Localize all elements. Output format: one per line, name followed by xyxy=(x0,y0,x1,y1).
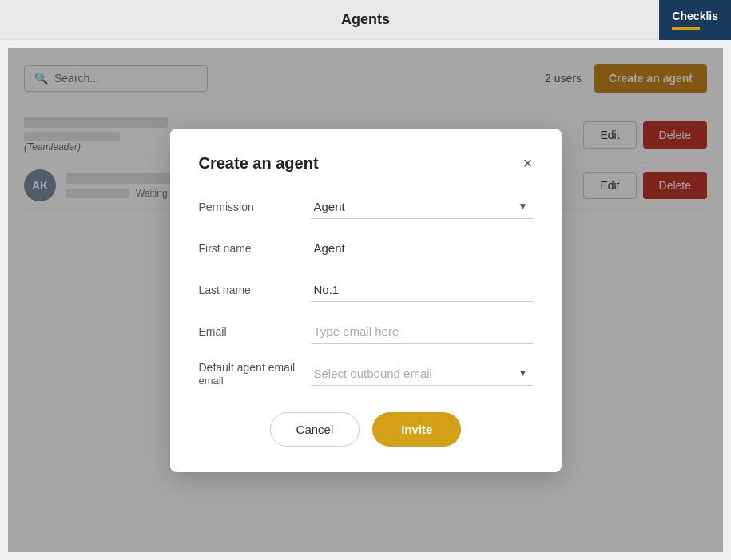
modal-title: Create an agent xyxy=(199,154,319,173)
email-input[interactable] xyxy=(311,320,533,344)
email-row: Email xyxy=(199,320,533,344)
close-button[interactable]: × xyxy=(523,155,533,171)
permission-select-wrap[interactable]: Agent ▼ xyxy=(311,195,533,219)
modal-footer: Cancel Invite xyxy=(199,412,533,447)
permission-select[interactable]: Agent xyxy=(311,195,533,218)
lastname-label: Last name xyxy=(199,284,311,296)
create-agent-modal: Create an agent × Permission Agent ▼ Fir… xyxy=(170,129,562,472)
modal-header: Create an agent × xyxy=(199,154,533,173)
permission-label: Permission xyxy=(199,201,311,213)
checklist-progress-bar xyxy=(672,27,700,30)
default-email-select-wrap[interactable]: Select outbound email ▼ xyxy=(311,362,533,386)
page-title: Agents xyxy=(341,11,390,28)
top-bar: Agents Checklis xyxy=(0,0,731,40)
cancel-button[interactable]: Cancel xyxy=(270,412,360,447)
invite-button[interactable]: Invite xyxy=(372,412,461,447)
lastname-row: Last name xyxy=(199,278,533,302)
firstname-label: First name xyxy=(199,242,311,255)
email-label: Email xyxy=(199,325,311,338)
firstname-input[interactable] xyxy=(311,236,533,260)
default-email-row: Default agent email email Select outboun… xyxy=(199,361,533,387)
default-agent-email-label: Default agent email email xyxy=(199,361,311,387)
firstname-row: First name xyxy=(199,236,533,260)
main-content: 🔍 2 users Create an agent (Teamleader) E… xyxy=(8,48,723,552)
checklist-label: Checklis xyxy=(672,10,718,22)
permission-row: Permission Agent ▼ xyxy=(199,195,533,219)
modal-overlay: Create an agent × Permission Agent ▼ Fir… xyxy=(8,48,723,552)
checklist-tab[interactable]: Checklis xyxy=(659,0,731,40)
lastname-input[interactable] xyxy=(311,278,533,302)
default-email-select[interactable]: Select outbound email xyxy=(311,362,533,385)
